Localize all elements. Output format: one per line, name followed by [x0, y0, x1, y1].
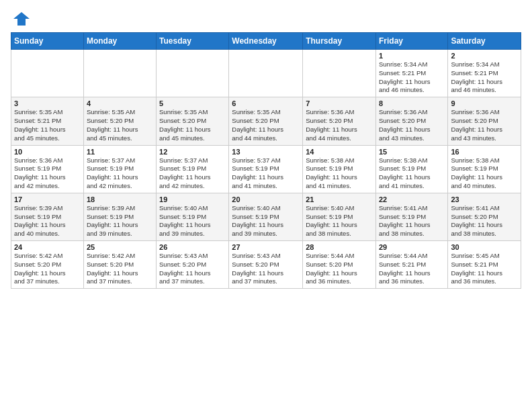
day-number: 24	[14, 243, 81, 251]
day-number: 13	[232, 148, 300, 156]
day-info: Sunrise: 5:42 AM Sunset: 5:20 PM Dayligh…	[14, 252, 81, 286]
logo-icon	[12, 9, 31, 28]
calendar-cell: 28Sunrise: 5:44 AM Sunset: 5:20 PM Dayli…	[303, 241, 376, 289]
day-info: Sunrise: 5:43 AM Sunset: 5:20 PM Dayligh…	[232, 252, 300, 286]
calendar-cell: 11Sunrise: 5:37 AM Sunset: 5:19 PM Dayli…	[83, 145, 156, 193]
day-info: Sunrise: 5:39 AM Sunset: 5:19 PM Dayligh…	[14, 204, 81, 238]
day-info: Sunrise: 5:44 AM Sunset: 5:20 PM Dayligh…	[306, 252, 373, 286]
day-info: Sunrise: 5:37 AM Sunset: 5:19 PM Dayligh…	[159, 156, 226, 191]
calendar-cell: 1Sunrise: 5:34 AM Sunset: 5:21 PM Daylig…	[375, 50, 447, 97]
day-number: 8	[379, 99, 445, 107]
day-number: 18	[87, 195, 153, 203]
day-number: 10	[14, 148, 81, 156]
week-row-4: 24Sunrise: 5:42 AM Sunset: 5:20 PM Dayli…	[11, 241, 521, 289]
day-info: Sunrise: 5:43 AM Sunset: 5:20 PM Dayligh…	[159, 252, 226, 286]
calendar-cell: 7Sunrise: 5:36 AM Sunset: 5:20 PM Daylig…	[303, 97, 376, 145]
week-row-1: 3Sunrise: 5:35 AM Sunset: 5:21 PM Daylig…	[11, 97, 521, 145]
day-info: Sunrise: 5:35 AM Sunset: 5:20 PM Dayligh…	[159, 108, 226, 142]
calendar-cell	[303, 50, 376, 97]
day-number: 17	[14, 195, 81, 203]
col-header-saturday: Saturday	[448, 33, 521, 50]
day-number: 20	[232, 195, 300, 203]
day-info: Sunrise: 5:37 AM Sunset: 5:19 PM Dayligh…	[87, 156, 153, 191]
calendar-cell: 20Sunrise: 5:40 AM Sunset: 5:19 PM Dayli…	[229, 193, 303, 240]
day-number: 29	[379, 243, 445, 251]
col-header-tuesday: Tuesday	[157, 33, 229, 50]
col-header-friday: Friday	[375, 33, 447, 50]
calendar-cell: 25Sunrise: 5:42 AM Sunset: 5:20 PM Dayli…	[83, 241, 156, 289]
calendar-table: SundayMondayTuesdayWednesdayThursdayFrid…	[11, 32, 521, 289]
calendar-cell: 23Sunrise: 5:41 AM Sunset: 5:20 PM Dayli…	[448, 193, 521, 240]
day-info: Sunrise: 5:40 AM Sunset: 5:19 PM Dayligh…	[159, 204, 226, 238]
week-row-3: 17Sunrise: 5:39 AM Sunset: 5:19 PM Dayli…	[11, 193, 521, 240]
day-number: 23	[451, 195, 518, 203]
header	[11, 7, 521, 28]
day-number: 16	[451, 148, 518, 156]
header-row: SundayMondayTuesdayWednesdayThursdayFrid…	[11, 33, 521, 50]
day-number: 22	[379, 195, 445, 203]
day-number: 14	[306, 148, 373, 156]
calendar-cell: 16Sunrise: 5:38 AM Sunset: 5:19 PM Dayli…	[448, 145, 521, 193]
calendar-cell: 8Sunrise: 5:36 AM Sunset: 5:20 PM Daylig…	[375, 97, 447, 145]
calendar-cell: 27Sunrise: 5:43 AM Sunset: 5:20 PM Dayli…	[229, 241, 303, 289]
col-header-sunday: Sunday	[11, 33, 84, 50]
calendar-cell: 12Sunrise: 5:37 AM Sunset: 5:19 PM Dayli…	[157, 145, 229, 193]
calendar-cell: 21Sunrise: 5:40 AM Sunset: 5:19 PM Dayli…	[303, 193, 376, 240]
week-row-0: 1Sunrise: 5:34 AM Sunset: 5:21 PM Daylig…	[11, 50, 521, 97]
day-number: 19	[159, 195, 226, 203]
calendar-cell: 5Sunrise: 5:35 AM Sunset: 5:20 PM Daylig…	[157, 97, 229, 145]
day-number: 1	[379, 52, 445, 60]
calendar-cell: 9Sunrise: 5:36 AM Sunset: 5:20 PM Daylig…	[448, 97, 521, 145]
day-info: Sunrise: 5:34 AM Sunset: 5:21 PM Dayligh…	[451, 60, 518, 95]
calendar-body: 1Sunrise: 5:34 AM Sunset: 5:21 PM Daylig…	[11, 50, 521, 289]
calendar-cell: 18Sunrise: 5:39 AM Sunset: 5:19 PM Dayli…	[83, 193, 156, 240]
calendar-cell: 4Sunrise: 5:35 AM Sunset: 5:20 PM Daylig…	[83, 97, 156, 145]
day-info: Sunrise: 5:44 AM Sunset: 5:21 PM Dayligh…	[379, 252, 445, 286]
calendar-cell: 2Sunrise: 5:34 AM Sunset: 5:21 PM Daylig…	[448, 50, 521, 97]
day-info: Sunrise: 5:36 AM Sunset: 5:20 PM Dayligh…	[306, 108, 373, 142]
calendar-cell: 3Sunrise: 5:35 AM Sunset: 5:21 PM Daylig…	[11, 97, 84, 145]
day-info: Sunrise: 5:38 AM Sunset: 5:19 PM Dayligh…	[306, 156, 373, 191]
page: SundayMondayTuesdayWednesdayThursdayFrid…	[0, 0, 532, 295]
calendar-cell: 24Sunrise: 5:42 AM Sunset: 5:20 PM Dayli…	[11, 241, 84, 289]
calendar-cell: 22Sunrise: 5:41 AM Sunset: 5:19 PM Dayli…	[375, 193, 447, 240]
day-info: Sunrise: 5:42 AM Sunset: 5:20 PM Dayligh…	[87, 252, 153, 286]
day-number: 7	[306, 99, 373, 107]
day-info: Sunrise: 5:35 AM Sunset: 5:20 PM Dayligh…	[232, 108, 300, 142]
calendar-cell	[11, 50, 84, 97]
calendar-cell: 29Sunrise: 5:44 AM Sunset: 5:21 PM Dayli…	[375, 241, 447, 289]
day-info: Sunrise: 5:38 AM Sunset: 5:19 PM Dayligh…	[451, 156, 518, 191]
day-number: 12	[159, 148, 226, 156]
calendar-cell: 19Sunrise: 5:40 AM Sunset: 5:19 PM Dayli…	[157, 193, 229, 240]
day-info: Sunrise: 5:36 AM Sunset: 5:20 PM Dayligh…	[379, 108, 445, 142]
day-info: Sunrise: 5:35 AM Sunset: 5:20 PM Dayligh…	[87, 108, 153, 142]
day-number: 2	[451, 52, 518, 60]
calendar-cell: 17Sunrise: 5:39 AM Sunset: 5:19 PM Dayli…	[11, 193, 84, 240]
day-number: 26	[159, 243, 226, 251]
day-info: Sunrise: 5:39 AM Sunset: 5:19 PM Dayligh…	[87, 204, 153, 238]
calendar-cell	[157, 50, 229, 97]
col-header-thursday: Thursday	[303, 33, 376, 50]
day-number: 15	[379, 148, 445, 156]
calendar-cell: 14Sunrise: 5:38 AM Sunset: 5:19 PM Dayli…	[303, 145, 376, 193]
calendar-header: SundayMondayTuesdayWednesdayThursdayFrid…	[11, 33, 521, 50]
calendar-cell: 30Sunrise: 5:45 AM Sunset: 5:21 PM Dayli…	[448, 241, 521, 289]
calendar-cell: 15Sunrise: 5:38 AM Sunset: 5:19 PM Dayli…	[375, 145, 447, 193]
svg-marker-0	[13, 12, 30, 26]
day-info: Sunrise: 5:41 AM Sunset: 5:20 PM Dayligh…	[451, 204, 518, 238]
day-number: 6	[232, 99, 300, 107]
calendar-cell: 10Sunrise: 5:36 AM Sunset: 5:19 PM Dayli…	[11, 145, 84, 193]
calendar-cell	[83, 50, 156, 97]
day-number: 30	[451, 243, 518, 251]
calendar-cell: 6Sunrise: 5:35 AM Sunset: 5:20 PM Daylig…	[229, 97, 303, 145]
day-info: Sunrise: 5:38 AM Sunset: 5:19 PM Dayligh…	[379, 156, 445, 191]
day-number: 28	[306, 243, 373, 251]
day-number: 9	[451, 99, 518, 107]
week-row-2: 10Sunrise: 5:36 AM Sunset: 5:19 PM Dayli…	[11, 145, 521, 193]
day-info: Sunrise: 5:35 AM Sunset: 5:21 PM Dayligh…	[14, 108, 81, 142]
day-info: Sunrise: 5:37 AM Sunset: 5:19 PM Dayligh…	[232, 156, 300, 191]
day-info: Sunrise: 5:34 AM Sunset: 5:21 PM Dayligh…	[379, 60, 445, 95]
day-number: 11	[87, 148, 153, 156]
day-info: Sunrise: 5:36 AM Sunset: 5:19 PM Dayligh…	[14, 156, 81, 191]
logo-area	[11, 9, 31, 28]
